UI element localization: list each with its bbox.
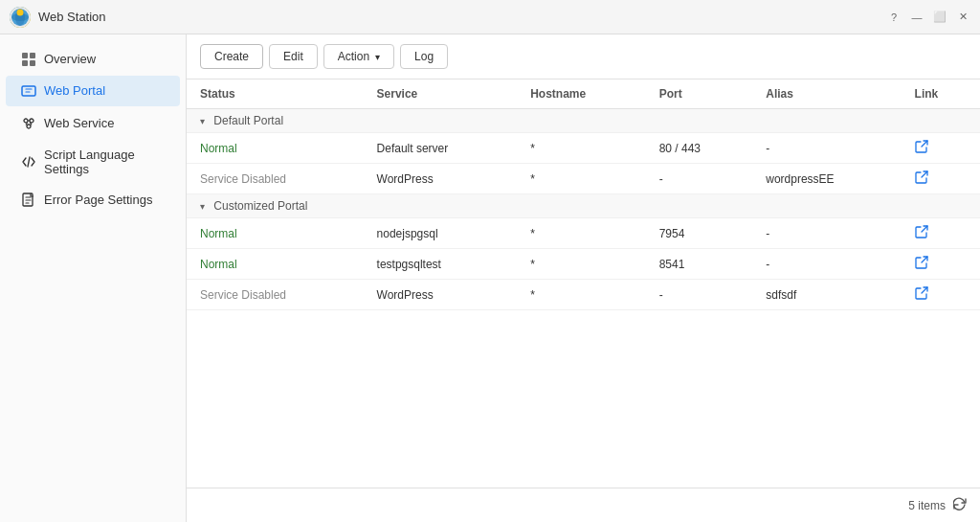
sidebar-item-web-portal-label: Web Portal <box>44 83 105 98</box>
external-link-icon[interactable] <box>915 171 928 187</box>
sidebar-item-script-language[interactable]: Script Language Settings <box>6 140 180 184</box>
status-badge: Normal <box>200 227 237 240</box>
sidebar-item-error-page[interactable]: Error Page Settings <box>6 185 180 216</box>
sidebar-item-script-label: Script Language Settings <box>44 148 165 176</box>
cell-alias: wordpressEE <box>752 164 901 194</box>
cell-alias: sdfsdf <box>752 280 901 310</box>
svg-point-11 <box>30 119 33 123</box>
cell-port: 8541 <box>646 249 753 280</box>
code-icon <box>21 153 36 170</box>
cell-service: Default server <box>364 133 518 164</box>
cell-service: WordPress <box>364 164 518 194</box>
cell-port: - <box>646 164 753 194</box>
grid-icon <box>21 51 36 67</box>
cell-hostname: * <box>517 280 645 310</box>
app-logo <box>10 7 31 28</box>
group-name: Customized Portal <box>213 199 307 213</box>
table-row[interactable]: Normal testpgsqltest * 8541 - <box>187 249 980 280</box>
cell-link <box>902 280 980 310</box>
svg-rect-7 <box>22 60 28 66</box>
status-badge: Service Disabled <box>200 288 286 302</box>
collapse-icon[interactable]: ▾ <box>200 116 205 126</box>
table-row[interactable]: Normal Default server * 80 / 443 - <box>187 133 980 164</box>
col-hostname: Hostname <box>517 79 645 109</box>
cell-hostname: * <box>517 133 645 164</box>
external-link-icon[interactable] <box>915 141 928 156</box>
cell-service: nodejspgsql <box>364 218 518 249</box>
external-link-icon[interactable] <box>915 287 928 303</box>
collapse-icon[interactable]: ▾ <box>200 201 205 212</box>
col-service: Service <box>364 79 518 109</box>
cell-status: Normal <box>187 133 364 164</box>
toolbar: Create Edit Action Log <box>187 34 980 79</box>
col-port: Port <box>646 79 753 109</box>
table-row[interactable]: Service Disabled WordPress * - wordpress… <box>187 164 980 194</box>
sidebar-item-web-service-label: Web Service <box>44 116 114 130</box>
group-header-row: ▾ Customized Portal <box>187 194 980 218</box>
edit-button[interactable]: Edit <box>269 44 318 69</box>
external-link-icon[interactable] <box>915 226 928 241</box>
svg-rect-6 <box>30 53 35 58</box>
portal-table: Status Service Hostname Port Alias Link … <box>187 79 980 310</box>
cell-status: Service Disabled <box>187 280 364 310</box>
table-row[interactable]: Service Disabled WordPress * - sdfsdf <box>187 280 980 310</box>
cell-port: 7954 <box>646 218 753 249</box>
cell-service: testpgsqltest <box>364 249 518 280</box>
svg-point-10 <box>24 119 28 123</box>
restore-button[interactable]: ⬜ <box>932 10 947 25</box>
help-button[interactable]: ? <box>886 10 902 25</box>
refresh-button[interactable] <box>953 497 967 513</box>
sidebar: Overview Web Portal Web Service <box>0 34 187 522</box>
sidebar-item-web-service[interactable]: Web Service <box>6 107 180 139</box>
group-name: Default Portal <box>213 114 283 127</box>
main-content: Create Edit Action Log Status Service Ho… <box>187 34 980 522</box>
cell-alias: - <box>752 249 901 280</box>
titlebar: Web Station ? — ⬜ ✕ <box>0 0 980 34</box>
items-count: 5 items <box>908 499 946 512</box>
svg-point-4 <box>17 9 24 15</box>
group-header-row: ▾ Default Portal <box>187 109 980 133</box>
status-badge: Normal <box>200 142 237 155</box>
cell-hostname: * <box>517 164 645 194</box>
cell-alias: - <box>752 218 901 249</box>
app-title: Web Station <box>38 10 886 24</box>
table-row[interactable]: Normal nodejspgsql * 7954 - <box>187 218 980 249</box>
cell-hostname: * <box>517 218 645 249</box>
log-button[interactable]: Log <box>400 44 448 69</box>
status-badge: Normal <box>200 258 237 271</box>
footer: 5 items <box>187 488 980 522</box>
cell-link <box>902 164 980 194</box>
close-button[interactable]: ✕ <box>955 10 970 25</box>
cell-status: Normal <box>187 218 364 249</box>
svg-rect-5 <box>22 53 28 58</box>
cell-port: 80 / 443 <box>646 133 753 164</box>
cell-alias: - <box>752 133 901 164</box>
page-icon <box>21 193 36 209</box>
service-icon <box>21 115 36 131</box>
table-header-row: Status Service Hostname Port Alias Link <box>187 79 980 109</box>
external-link-icon[interactable] <box>915 257 928 272</box>
sidebar-item-web-portal[interactable]: Web Portal <box>6 76 180 107</box>
cell-status: Service Disabled <box>187 164 364 194</box>
col-alias: Alias <box>752 79 901 109</box>
cell-link <box>902 249 980 280</box>
cell-service: WordPress <box>364 280 518 310</box>
cell-link <box>902 133 980 164</box>
sidebar-item-overview[interactable]: Overview <box>6 43 180 75</box>
cell-status: Normal <box>187 249 364 280</box>
col-link: Link <box>902 79 980 109</box>
svg-rect-9 <box>22 86 35 96</box>
svg-rect-8 <box>30 60 35 66</box>
action-button[interactable]: Action <box>323 44 394 69</box>
col-status: Status <box>187 79 364 109</box>
status-badge: Service Disabled <box>200 172 286 186</box>
cell-port: - <box>646 280 753 310</box>
create-button[interactable]: Create <box>200 44 263 69</box>
app-container: Overview Web Portal Web Service <box>0 34 980 522</box>
table-container: Status Service Hostname Port Alias Link … <box>187 79 980 488</box>
portal-icon <box>21 83 36 100</box>
sidebar-item-error-page-label: Error Page Settings <box>44 193 152 207</box>
window-controls: ? — ⬜ ✕ <box>886 10 970 25</box>
svg-point-12 <box>27 125 31 128</box>
minimize-button[interactable]: — <box>909 10 924 25</box>
